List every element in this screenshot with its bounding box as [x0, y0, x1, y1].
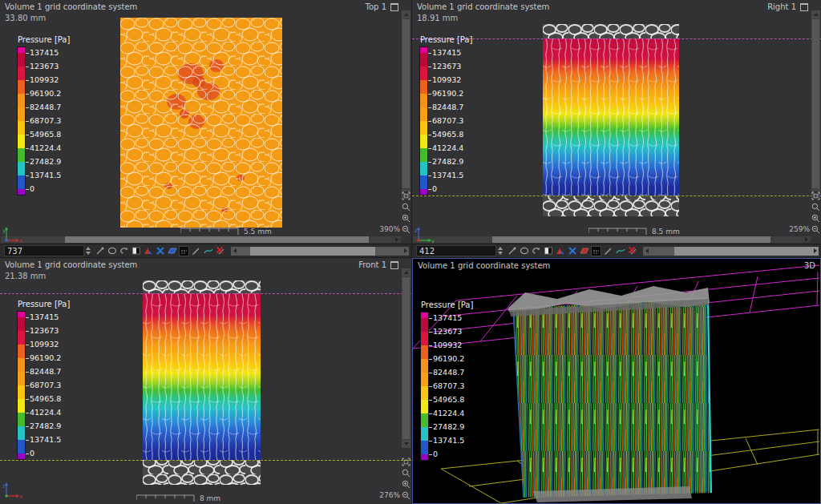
histogram-icon[interactable]: [143, 246, 153, 256]
scrollbar-thumb[interactable]: [812, 18, 819, 189]
slice-number-input[interactable]: [416, 245, 496, 256]
pressure-colorbar: [18, 312, 25, 459]
probe-pin-icon[interactable]: [507, 246, 517, 256]
clip-plane-icon[interactable]: [167, 246, 177, 256]
scroll-up-icon[interactable]: [811, 10, 820, 18]
contrast-icon[interactable]: [543, 246, 553, 256]
slice-canvas-front[interactable]: [143, 280, 261, 486]
colorbar-segment: [421, 386, 428, 400]
colorbar-segment: [420, 94, 427, 107]
rotate-icon[interactable]: [531, 246, 541, 256]
maximize-icon[interactable]: [390, 261, 398, 269]
slice-indicator-magenta[interactable]: [0, 293, 411, 294]
contrast-icon[interactable]: [131, 246, 141, 256]
cut-icon[interactable]: [155, 246, 165, 256]
ellipse-roi-icon[interactable]: [107, 246, 117, 256]
zoom-in-icon[interactable]: [401, 479, 411, 490]
clip-plane-icon[interactable]: [579, 246, 589, 256]
zoom-out-icon[interactable]: [401, 224, 411, 235]
zoom-percentage: 276%: [379, 491, 400, 499]
slice-canvas-top[interactable]: [120, 18, 282, 229]
curve-icon[interactable]: [203, 246, 213, 256]
magnifier-icon[interactable]: [811, 202, 821, 212]
fit-view-icon[interactable]: [401, 191, 411, 201]
colorbar-segment: [18, 162, 25, 175]
slider-left-icon[interactable]: [231, 247, 238, 256]
maximize-icon[interactable]: [390, 3, 398, 11]
legend-label: 0: [433, 450, 438, 458]
slice-number-input[interactable]: [4, 245, 84, 256]
scrollbar-thumb[interactable]: [65, 236, 369, 243]
legend-label: 0: [432, 185, 437, 193]
scroll-up-icon[interactable]: [402, 268, 410, 276]
scrollbar-thumb[interactable]: [402, 276, 410, 440]
colorbar-segment: [420, 67, 427, 80]
zoom-out-icon[interactable]: [401, 490, 411, 501]
scroll-down-icon[interactable]: [402, 440, 410, 448]
slice-slider[interactable]: [643, 247, 819, 256]
legend-label: 13741.5: [432, 171, 463, 179]
pressure-legend: Pressure [Pa] 13741512367310993296190.28…: [18, 35, 70, 195]
colorbar-segment: [18, 385, 25, 399]
slice-slider[interactable]: [231, 247, 409, 256]
magnifier-icon[interactable]: [401, 468, 411, 478]
slice-spinner[interactable]: [86, 247, 91, 255]
slider-right-icon[interactable]: [402, 247, 409, 256]
vertical-scrollbar[interactable]: [402, 268, 410, 448]
scrollbar-thumb[interactable]: [402, 18, 410, 189]
horizontal-scrollbar[interactable]: [1, 236, 401, 243]
viewport-front: Volume 1 grid coordinate system 21.38 mm…: [0, 258, 412, 504]
fit-view-icon[interactable]: [811, 191, 821, 201]
pressure-colorbar: [420, 47, 427, 195]
cut-icon[interactable]: [567, 246, 577, 256]
slice-indicator-yellow[interactable]: [412, 196, 821, 196]
slider-right-icon[interactable]: [811, 247, 819, 256]
vertical-scrollbar[interactable]: [402, 10, 410, 197]
colorbar-segment: [18, 175, 25, 189]
annotation-icon[interactable]: [591, 246, 601, 256]
vertical-scrollbar[interactable]: [811, 10, 820, 197]
legend-label: 123673: [433, 328, 462, 336]
zoom-in-icon[interactable]: [811, 213, 821, 224]
pencil-icon[interactable]: [191, 246, 201, 256]
svg-text:y: y: [2, 228, 6, 234]
delete-measure-icon[interactable]: [627, 246, 637, 256]
colorbar-top-cap: [18, 47, 25, 53]
scrollbar-thumb[interactable]: [492, 236, 770, 243]
annotation-icon[interactable]: [179, 246, 189, 256]
slice-slider-thumb[interactable]: [674, 247, 819, 256]
magnifier-icon[interactable]: [401, 202, 411, 212]
colorbar-top-cap: [18, 312, 25, 317]
slider-left-icon[interactable]: [643, 247, 650, 256]
ellipse-roi-icon[interactable]: [519, 246, 529, 256]
colorbar-segment: [18, 80, 25, 94]
colorbar-segment: [18, 135, 25, 148]
curve-icon[interactable]: [615, 246, 625, 256]
slice-spinner[interactable]: [498, 247, 503, 255]
scroll-right-icon[interactable]: [803, 236, 811, 243]
slice-indicator-yellow[interactable]: [0, 460, 411, 461]
slice-indicator-magenta[interactable]: [412, 38, 821, 39]
zoom-out-icon[interactable]: [811, 224, 821, 235]
slice-canvas-right[interactable]: [543, 24, 679, 218]
scroll-right-icon[interactable]: [393, 236, 401, 243]
colorbar-segment: [421, 441, 428, 454]
scroll-up-icon[interactable]: [402, 10, 410, 18]
slice-slider-thumb[interactable]: [250, 247, 374, 256]
colorbar-segment: [18, 440, 25, 454]
delete-measure-icon[interactable]: [215, 246, 225, 256]
render-canvas-3d[interactable]: [413, 259, 820, 504]
rotate-icon[interactable]: [119, 246, 129, 256]
fit-view-icon[interactable]: [401, 457, 411, 467]
legend-label: 54965.8: [433, 396, 464, 404]
legend-label: 123673: [432, 62, 461, 71]
histogram-icon[interactable]: [555, 246, 565, 256]
legend-label: 123673: [30, 327, 59, 335]
colorbar-segment: [18, 413, 25, 426]
probe-pin-icon[interactable]: [95, 246, 105, 256]
zoom-in-icon[interactable]: [401, 213, 411, 224]
pencil-icon[interactable]: [603, 246, 613, 256]
colorbar-segment: [18, 358, 25, 372]
horizontal-scrollbar[interactable]: [413, 236, 811, 243]
maximize-icon[interactable]: [800, 3, 808, 11]
